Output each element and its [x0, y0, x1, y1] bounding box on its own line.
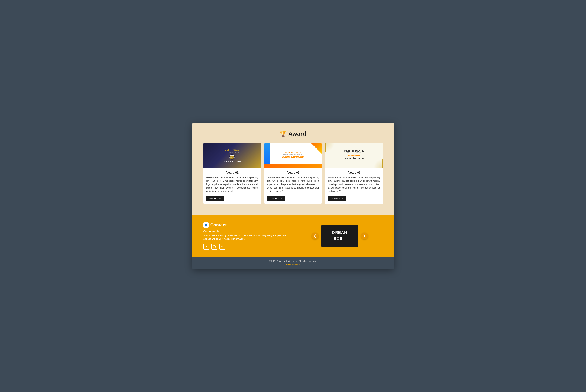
card-desc-1: Lorem ipsum dolor, sit amet consectetur … — [206, 176, 258, 193]
cert3-signature: SIGNATURE — [359, 160, 364, 162]
cert3-main-title: CERTIFICATE — [344, 150, 364, 152]
card-content-3: Award 03 Lorem ipsum dolor, sit amet con… — [325, 168, 383, 204]
award-section: 🏆 Award Certificate OF ACHIEVEMENT BEST … — [192, 123, 394, 215]
cert3-ornament-br — [374, 159, 383, 168]
contact-section: 👤 Contact Get in touch Want to ask somet… — [192, 215, 394, 257]
trophy-icon: 🏆 — [280, 131, 286, 137]
cards-grid: Certificate OF ACHIEVEMENT BEST AWARD Na… — [203, 143, 383, 204]
card-title-1: Award 01 — [206, 171, 258, 174]
cert3-date: DATE — [344, 160, 346, 162]
contact-carousel: ❮ DREAM BIG. ❯ — [297, 225, 383, 247]
award-card-1: Certificate OF ACHIEVEMENT BEST AWARD Na… — [203, 143, 261, 204]
cert3-badge: PRESENTED TO — [348, 155, 360, 156]
cert3-date-sig: DATE SIGNATURE — [344, 160, 364, 162]
cert2-lorem: LOREM IPSUM DOLOR SIT AMT — [282, 158, 304, 160]
card-content-1: Award 01 Lorem ipsum dolor, sit amet con… — [203, 168, 261, 204]
carousel-image: DREAM BIG. — [321, 225, 358, 247]
contact-get-in-touch: Get in touch — [203, 230, 289, 233]
page-wrapper: 🏆 Award Certificate OF ACHIEVEMENT BEST … — [192, 123, 394, 269]
cert2-bg-bottom — [264, 164, 322, 168]
award-title-text: Award — [288, 130, 306, 137]
card-desc-3: Lorem ipsum dolor, sit amet consectetur … — [328, 176, 380, 193]
contact-icon-box: 👤 — [203, 222, 208, 228]
carousel-prev-btn[interactable]: ❮ — [312, 232, 319, 240]
cert3-subtitle: OF APPRECIATION — [344, 152, 364, 153]
view-details-btn-2[interactable]: View Details — [267, 196, 285, 202]
footer-copyright: © 2023 Alfian Nurhuda Putra - All rights… — [196, 260, 390, 262]
award-card-3: CERTIFICATE OF APPRECIATION PRESENTED TO… — [325, 143, 383, 204]
contact-title: Contact — [210, 222, 227, 228]
certificate-image-1: Certificate OF ACHIEVEMENT BEST AWARD Na… — [203, 143, 261, 168]
certificate-image-2: APPRECIATION THIS CERTIFICATE IS PROUDLY… — [264, 143, 322, 168]
footer: © 2023 Alfian Nurhuda Putra - All rights… — [192, 257, 394, 269]
cert1-title: Certificate — [224, 148, 239, 151]
award-card-2: APPRECIATION THIS CERTIFICATE IS PROUDLY… — [264, 143, 322, 204]
card-title-3: Award 03 — [328, 171, 380, 174]
contact-header: 👤 Contact — [203, 222, 289, 228]
section-title: 🏆 Award — [203, 130, 383, 137]
cert1-inner: Certificate OF ACHIEVEMENT BEST AWARD Na… — [208, 146, 256, 165]
cert2-name: Name Surname — [282, 155, 304, 158]
card-content-2: Award 02 Lorem ipsum dolor sit amet cons… — [264, 168, 322, 204]
dream-big-line1: DREAM — [332, 230, 347, 236]
view-details-btn-1[interactable]: View Details — [206, 196, 224, 202]
cert2-bg-top-right — [311, 143, 322, 154]
dream-big-line2: BIG. — [334, 236, 346, 242]
cert3-content: CERTIFICATE OF APPRECIATION PRESENTED TO… — [344, 150, 364, 162]
github-link[interactable] — [211, 244, 217, 250]
cert2-content: APPRECIATION THIS CERTIFICATE IS PROUDLY… — [282, 152, 304, 160]
cert3-name: Name Surname — [344, 157, 364, 160]
linkedin-link[interactable]: in — [219, 244, 225, 250]
social-links: ✉ in — [203, 244, 289, 250]
cert2-presented: THIS CERTIFICATE IS PROUDLY PRESENTED TO — [282, 154, 304, 155]
carousel-next-btn[interactable]: ❯ — [361, 232, 368, 240]
footer-link[interactable]: Portfolio Website — [285, 263, 301, 266]
email-link[interactable]: ✉ — [203, 244, 209, 250]
cert3-ornament-tl — [325, 143, 334, 152]
cert2-appreciation: APPRECIATION — [282, 152, 304, 154]
card-desc-2: Lorem ipsum dolor sit amet consectetur a… — [267, 176, 319, 193]
github-icon — [213, 245, 216, 248]
cert1-subtitle: OF ACHIEVEMENT — [225, 152, 239, 154]
contact-person-icon: 👤 — [204, 224, 208, 227]
contact-left: 👤 Contact Get in touch Want to ask somet… — [203, 222, 289, 249]
cert1-medal: BEST AWARD — [229, 154, 235, 160]
cert1-name: Name Surename — [223, 160, 241, 163]
card-title-2: Award 02 — [267, 171, 319, 174]
contact-desc: Want to ask something? Feel free to cont… — [203, 234, 289, 240]
certificate-image-3: CERTIFICATE OF APPRECIATION PRESENTED TO… — [325, 143, 383, 168]
view-details-btn-3[interactable]: View Details — [328, 196, 346, 202]
